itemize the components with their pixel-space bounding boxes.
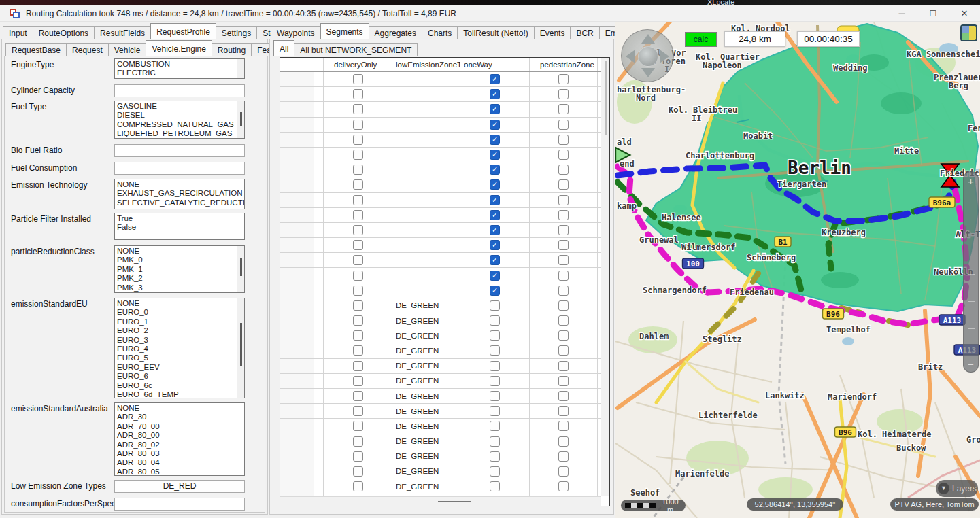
option-euro-0[interactable]: EURO_0	[117, 308, 244, 317]
listbox-enginetype[interactable]: COMBUSTIONELECTRIC	[114, 58, 245, 79]
segments-grid[interactable]: deliveryOnlylowEmissionZoneTyoneWaypedes…	[280, 57, 610, 506]
option-adr-80-00[interactable]: ADR_80_00	[117, 431, 244, 440]
pan-down-icon[interactable]	[641, 68, 655, 77]
checkbox-unchecked[interactable]	[558, 421, 569, 431]
calc-button[interactable]: calc	[685, 32, 717, 47]
row-header-cell[interactable]	[280, 87, 314, 101]
cell-low-emission-zone-type[interactable]: DE_GREEN	[392, 313, 460, 328]
checkbox-unchecked[interactable]	[353, 135, 363, 145]
table-row[interactable]: DE_GREEN	[280, 389, 601, 404]
option-pmk-1[interactable]: PMK_1	[117, 265, 244, 274]
tab-tollresult-netto[interactable]: TollResult (Netto!)	[457, 26, 534, 39]
table-row[interactable]: ✓	[280, 72, 601, 87]
option-none[interactable]: NONE	[117, 180, 244, 189]
checkbox-unchecked[interactable]	[558, 406, 569, 416]
checkbox-unchecked[interactable]	[558, 361, 569, 371]
checkbox-unchecked[interactable]	[490, 315, 500, 326]
option-adr-80-04[interactable]: ADR_80_04	[117, 458, 244, 467]
cell-low-emission-zone-type[interactable]: DE_GREEN	[392, 464, 460, 479]
checkbox-unchecked[interactable]	[558, 104, 569, 114]
table-row[interactable]: ✓	[280, 87, 601, 102]
column-header-lowemissionzonety[interactable]: lowEmissionZoneTy	[392, 58, 460, 71]
checkbox-unchecked[interactable]	[353, 179, 363, 190]
checkbox-unchecked[interactable]	[558, 345, 569, 356]
checkbox-unchecked[interactable]	[353, 300, 363, 311]
table-row[interactable]: DE_GREEN	[280, 374, 601, 389]
tab-routeoptions[interactable]: RouteOptions	[33, 26, 95, 39]
checkbox-unchecked[interactable]	[353, 104, 363, 114]
close-button[interactable]: ✕	[949, 5, 980, 22]
checkbox-unchecked[interactable]	[353, 89, 363, 99]
checkbox-unchecked[interactable]	[558, 286, 569, 296]
checkbox-unchecked[interactable]	[353, 74, 363, 84]
input-bio-fuel-ratio[interactable]	[114, 144, 245, 157]
cell-low-emission-zone-type[interactable]	[392, 253, 460, 267]
row-header-cell[interactable]	[280, 208, 314, 222]
listbox-particlereductionclass[interactable]: NONEPMK_0PMK_1PMK_2PMK_3	[114, 245, 245, 293]
tab-resultfields[interactable]: ResultFields	[94, 26, 151, 39]
option-diesel[interactable]: DIESEL	[117, 111, 244, 120]
option-liquefied-petroleum-gas[interactable]: LIQUEFIED_PETROLEUM_GAS	[117, 129, 244, 138]
option-none[interactable]: NONE	[117, 299, 244, 308]
cell-low-emission-zone-type[interactable]	[392, 162, 460, 177]
option-false[interactable]: False	[117, 223, 244, 232]
checkbox-unchecked[interactable]	[490, 481, 500, 491]
table-row[interactable]: DE_GREEN	[280, 464, 601, 479]
cell-low-emission-zone-type[interactable]	[392, 72, 460, 86]
cell-low-emission-zone-type[interactable]	[392, 102, 460, 116]
checkbox-checked[interactable]: ✓	[490, 104, 500, 114]
listbox-emissionstandardeu[interactable]: NONEEURO_0EURO_1EURO_2EURO_3EURO_4EURO_5…	[114, 298, 245, 398]
option-euro-6[interactable]: EURO_6	[117, 372, 244, 381]
cell-low-emission-zone-type[interactable]: DE_GREEN	[392, 434, 460, 449]
checkbox-unchecked[interactable]	[353, 255, 363, 265]
checkbox-unchecked[interactable]	[353, 225, 363, 235]
checkbox-unchecked[interactable]	[353, 271, 363, 281]
checkbox-unchecked[interactable]	[490, 391, 500, 401]
row-header-cell[interactable]	[280, 118, 314, 132]
tab-events[interactable]: Events	[534, 26, 571, 39]
checkbox-unchecked[interactable]	[558, 255, 569, 265]
table-row[interactable]: DE_GREEN	[280, 359, 601, 374]
overview-map-icon[interactable]	[960, 24, 977, 41]
table-row[interactable]: DE_GREEN	[280, 449, 601, 464]
checkbox-unchecked[interactable]	[558, 165, 569, 175]
checkbox-checked[interactable]: ✓	[490, 179, 500, 190]
checkbox-unchecked[interactable]	[558, 150, 569, 160]
table-row[interactable]: DE_GREEN	[280, 298, 601, 313]
maximize-button[interactable]: ☐	[917, 5, 949, 22]
table-row[interactable]: DE_GREEN	[280, 419, 601, 434]
input-fuel-consumption[interactable]	[114, 162, 245, 175]
listbox-scrollbar[interactable]	[237, 246, 244, 292]
cell-low-emission-zone-type[interactable]	[392, 177, 460, 192]
checkbox-checked[interactable]: ✓	[490, 286, 500, 296]
listbox-scrollbar[interactable]	[237, 298, 244, 398]
option-true[interactable]: True	[117, 214, 244, 223]
option-compressed-natural-gas[interactable]: COMPRESSED_NATURAL_GAS	[117, 120, 244, 129]
listbox-scrollbar[interactable]	[237, 59, 244, 78]
checkbox-unchecked[interactable]	[490, 406, 500, 416]
option-gasoline[interactable]: GASOLINE	[117, 102, 244, 111]
option-none[interactable]: NONE	[117, 247, 244, 256]
cell-low-emission-zone-type[interactable]: DE_GREEN	[392, 479, 460, 494]
option-adr-80-03[interactable]: ADR_80_03	[117, 449, 244, 458]
checkbox-unchecked[interactable]	[558, 451, 569, 462]
checkbox-unchecked[interactable]	[558, 315, 569, 326]
checkbox-unchecked[interactable]	[558, 330, 569, 341]
checkbox-unchecked[interactable]	[490, 451, 500, 462]
checkbox-unchecked[interactable]	[558, 89, 569, 99]
table-row[interactable]: DE_GREEN	[280, 328, 601, 343]
table-row[interactable]: ✓	[280, 102, 601, 117]
row-header-cell[interactable]	[280, 253, 314, 267]
cell-low-emission-zone-type[interactable]	[392, 283, 460, 298]
checkbox-unchecked[interactable]	[353, 345, 363, 356]
listbox-emissionstandardaustralia[interactable]: NONEADR_30ADR_70_00ADR_80_00ADR_80_02ADR…	[114, 402, 245, 476]
tab-vehicle-engine[interactable]: Vehicle.Engine	[146, 40, 212, 56]
option-exhaust-gas-recirculation[interactable]: EXHAUST_GAS_RECIRCULATION	[117, 189, 244, 198]
cell-low-emission-zone-type[interactable]: DE_GREEN	[392, 419, 460, 433]
checkbox-unchecked[interactable]	[558, 195, 569, 205]
option-combustion[interactable]: COMBUSTION	[117, 60, 244, 69]
row-header-cell[interactable]	[280, 177, 314, 192]
checkbox-unchecked[interactable]	[353, 391, 363, 401]
compass-hub[interactable]	[638, 46, 658, 67]
pan-left-icon[interactable]	[626, 50, 635, 63]
